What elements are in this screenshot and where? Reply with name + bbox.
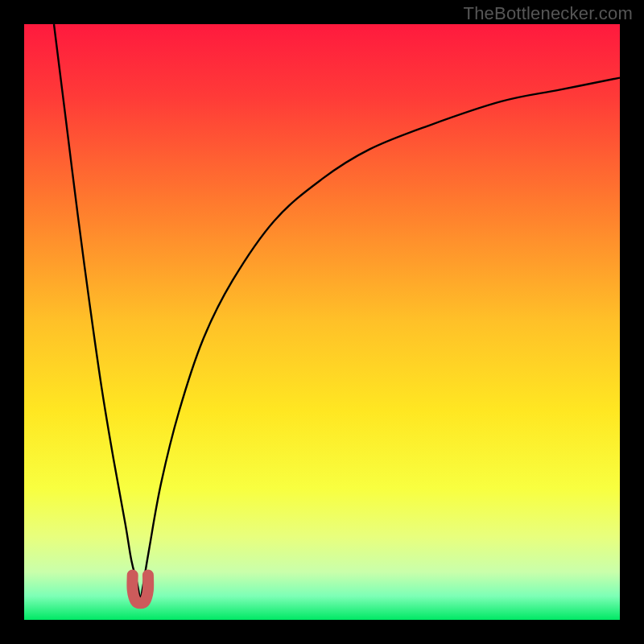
bottleneck-curve [54,24,620,602]
optimum-marker [132,576,148,604]
plot-area [24,24,620,620]
watermark-text: TheBottlenecker.com [464,3,633,24]
curve-layer [24,24,620,620]
chart-frame: TheBottlenecker.com [0,0,644,644]
